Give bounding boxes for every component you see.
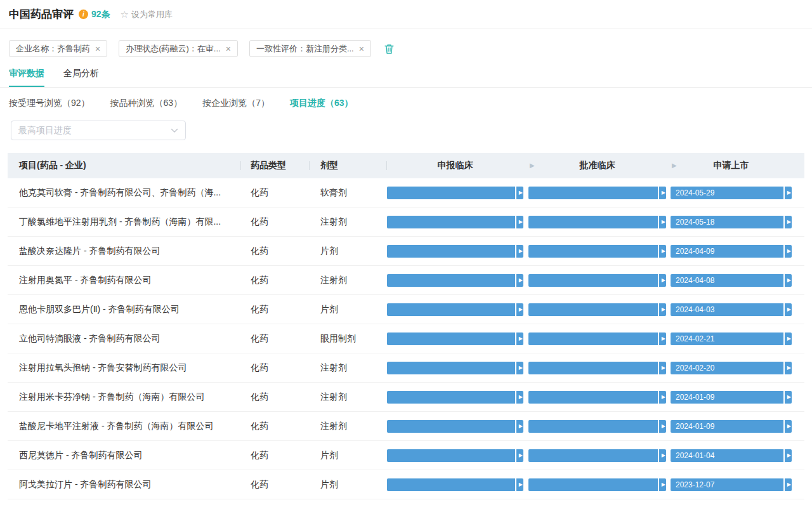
play-icon: ▶: [519, 190, 523, 195]
project-name: 立他司特滴眼液 - 齐鲁制药有限公司: [8, 333, 241, 345]
table-row[interactable]: 盐酸决奈达隆片 - 齐鲁制药有限公司 化药 片剂 ▶ ▶ 2024-04-09 …: [8, 237, 804, 266]
bar-end-divider: [515, 245, 516, 258]
bar-end-divider: [515, 303, 516, 316]
clinical-apply-progress-bar[interactable]: ▶: [387, 187, 523, 199]
clinical-apply-progress-bar[interactable]: ▶: [387, 362, 523, 374]
bar-end-divider: [658, 333, 659, 345]
market-apply-progress-bar[interactable]: 2024-04-08 ▶: [671, 274, 792, 287]
table-row[interactable]: 注射用米卡芬净钠 - 齐鲁制药（海南）有限公司 化药 注射剂 ▶ ▶ 2024-…: [8, 383, 804, 412]
stage-arrow-icon: ▶: [530, 162, 535, 169]
drug-type: 化药: [241, 392, 310, 403]
market-apply-progress-bar[interactable]: 2024-01-09 ▶: [671, 420, 792, 433]
table-body: 他克莫司软膏 - 齐鲁制药有限公司、齐鲁制药（海... 化药 软膏剂 ▶ ▶ 2…: [8, 178, 804, 499]
close-icon[interactable]: ×: [359, 44, 364, 53]
clinical-approve-progress-bar[interactable]: ▶: [528, 216, 666, 228]
play-icon: ▶: [787, 220, 791, 225]
clinical-apply-progress-bar[interactable]: ▶: [387, 478, 523, 491]
table-row[interactable]: 注射用奥氮平 - 齐鲁制药有限公司 化药 注射剂 ▶ ▶ 2024-04-08 …: [8, 266, 804, 295]
clinical-apply-progress-bar[interactable]: ▶: [387, 420, 523, 433]
clear-filters-button[interactable]: [384, 43, 395, 55]
market-apply-date: 2024-04-09: [676, 247, 714, 256]
dosage-form: 软膏剂: [310, 187, 387, 199]
bar-end-divider: [658, 303, 659, 316]
play-icon: ▶: [787, 453, 791, 458]
tab-review-data[interactable]: 审评数据: [9, 68, 44, 87]
close-icon[interactable]: ×: [95, 44, 100, 53]
clinical-apply-progress-bar[interactable]: ▶: [387, 274, 523, 287]
clinical-approve-progress-bar[interactable]: ▶: [528, 391, 666, 404]
bar-end-divider: [783, 187, 785, 199]
play-icon: ▶: [519, 424, 523, 429]
subtab-project-progress[interactable]: 项目进度（63）: [290, 98, 353, 109]
bar-end-divider: [783, 391, 785, 404]
clinical-approve-progress-bar[interactable]: ▶: [528, 478, 666, 491]
bar-end-divider: [515, 449, 516, 462]
clinical-approve-progress-bar[interactable]: ▶: [528, 274, 666, 287]
play-icon: ▶: [787, 278, 791, 283]
play-icon: ▶: [662, 453, 665, 458]
market-apply-date: 2024-02-21: [676, 334, 714, 343]
subtab-by-company[interactable]: 按企业浏览（7）: [202, 98, 270, 109]
bar-end-divider: [783, 449, 785, 462]
clinical-apply-progress-bar[interactable]: ▶: [387, 333, 523, 345]
table-row[interactable]: 立他司特滴眼液 - 齐鲁制药有限公司 化药 眼用制剂 ▶ ▶ 2024-02-2…: [8, 324, 804, 353]
clinical-approve-progress-bar[interactable]: ▶: [528, 449, 666, 462]
tab-global-analysis[interactable]: 全局分析: [63, 68, 99, 87]
bar-end-divider: [783, 333, 785, 345]
subtab-by-variety[interactable]: 按品种浏览（63）: [110, 98, 183, 109]
market-apply-progress-bar[interactable]: 2024-05-18 ▶: [671, 216, 792, 228]
market-apply-progress-bar[interactable]: 2023-12-07 ▶: [671, 478, 792, 491]
filter-tag-status[interactable]: 办理状态(药融云)：在审... ×: [119, 40, 238, 57]
col-header-drug-type: 药品类型: [241, 153, 310, 178]
dosage-form: 注射剂: [310, 421, 387, 432]
market-apply-progress-bar[interactable]: 2024-04-09 ▶: [671, 245, 792, 258]
clinical-approve-progress-bar[interactable]: ▶: [528, 245, 666, 258]
clinical-approve-progress-bar[interactable]: ▶: [528, 303, 666, 316]
market-apply-progress-bar[interactable]: 2024-01-09 ▶: [671, 391, 792, 404]
clinical-apply-progress-bar[interactable]: ▶: [387, 245, 523, 258]
market-apply-progress-bar[interactable]: 2024-02-20 ▶: [671, 362, 792, 374]
top-bar: 中国药品审评 i 92条 ☆ 设为常用库: [0, 0, 812, 29]
clinical-apply-progress-bar[interactable]: ▶: [387, 216, 523, 228]
market-apply-progress-bar[interactable]: 2024-01-04 ▶: [671, 449, 792, 462]
drug-type: 化药: [241, 450, 310, 461]
progress-select[interactable]: 最高项目进度: [11, 121, 186, 140]
market-apply-progress-bar[interactable]: 2024-05-29 ▶: [671, 187, 792, 199]
dosage-form: 注射剂: [310, 362, 387, 374]
dosage-form: 片剂: [310, 450, 387, 461]
clinical-approve-progress-bar[interactable]: ▶: [528, 420, 666, 433]
close-icon[interactable]: ×: [226, 44, 231, 53]
market-apply-progress-bar[interactable]: 2024-02-21 ▶: [671, 333, 792, 345]
clinical-approve-progress-bar[interactable]: ▶: [528, 333, 666, 345]
play-icon: ▶: [662, 220, 665, 225]
table-row[interactable]: 注射用拉氧头孢钠 - 齐鲁安替制药有限公司 化药 注射剂 ▶ ▶ 2024-02…: [8, 353, 804, 383]
info-icon: i: [79, 10, 88, 19]
filter-tag-company[interactable]: 企业名称：齐鲁制药 ×: [9, 40, 107, 57]
dosage-form: 片剂: [310, 304, 387, 315]
project-name: 盐酸尼卡地平注射液 - 齐鲁制药（海南）有限公司: [8, 421, 241, 432]
project-name: 西尼莫德片 - 齐鲁制药有限公司: [8, 450, 241, 461]
dosage-form: 片剂: [310, 479, 387, 491]
clinical-apply-progress-bar[interactable]: ▶: [387, 303, 523, 316]
progress-table: 项目(药品 - 企业) 药品类型 剂型 申报临床 ▶ 批准临床 ▶ 申请上市 他…: [8, 153, 804, 499]
filter-tag-consistency[interactable]: 一致性评价：新注册分类... ×: [249, 40, 371, 57]
bar-end-divider: [783, 420, 785, 433]
play-icon: ▶: [519, 220, 523, 225]
clinical-approve-progress-bar[interactable]: ▶: [528, 362, 666, 374]
dosage-form: 眼用制剂: [310, 333, 387, 345]
market-apply-progress-bar[interactable]: 2024-04-03 ▶: [671, 303, 792, 316]
table-row[interactable]: 丁酸氯维地平注射用乳剂 - 齐鲁制药（海南）有限... 化药 注射剂 ▶ ▶ 2…: [8, 207, 804, 237]
subtab-by-acceptance-no[interactable]: 按受理号浏览（92）: [9, 98, 90, 109]
clinical-apply-progress-bar[interactable]: ▶: [387, 449, 523, 462]
table-row[interactable]: 阿戈美拉汀片 - 齐鲁制药有限公司 化药 片剂 ▶ ▶ 2023-12-07 ▶: [8, 470, 804, 499]
market-apply-date: 2024-05-29: [676, 188, 714, 197]
clinical-approve-progress-bar[interactable]: ▶: [528, 187, 666, 199]
table-row[interactable]: 盐酸尼卡地平注射液 - 齐鲁制药（海南）有限公司 化药 注射剂 ▶ ▶ 2024…: [8, 412, 804, 441]
table-row[interactable]: 他克莫司软膏 - 齐鲁制药有限公司、齐鲁制药（海... 化药 软膏剂 ▶ ▶ 2…: [8, 178, 804, 207]
favorite-button[interactable]: ☆ 设为常用库: [121, 9, 173, 20]
clinical-apply-progress-bar[interactable]: ▶: [387, 391, 523, 404]
table-row[interactable]: 恩他卡朋双多巴片(Ⅱ) - 齐鲁制药有限公司 化药 片剂 ▶ ▶ 2024-04…: [8, 295, 804, 324]
table-row[interactable]: 西尼莫德片 - 齐鲁制药有限公司 化药 片剂 ▶ ▶ 2024-01-04 ▶: [8, 441, 804, 470]
bar-end-divider: [783, 362, 785, 374]
bar-end-divider: [783, 478, 785, 491]
